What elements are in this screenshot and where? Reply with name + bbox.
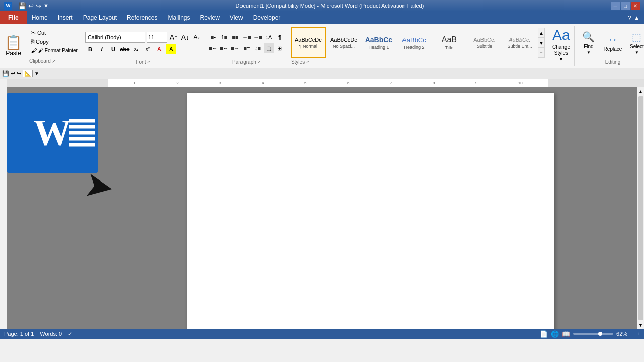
logo-line-4 <box>69 137 95 141</box>
minimize-ribbon-icon[interactable]: ▲ <box>633 14 640 22</box>
style-subtitle[interactable]: AaBbCc. Subtitle <box>467 27 502 58</box>
change-styles-group[interactable]: Aa ChangeStyles ▼ <box>548 26 575 66</box>
style-subtle-em[interactable]: AaBbCc. Subtle Em... <box>503 27 537 58</box>
strikethrough-button[interactable]: abc <box>120 44 130 54</box>
font-size-input[interactable] <box>147 32 167 43</box>
menu-view[interactable]: View <box>225 11 248 24</box>
line-spacing-button[interactable]: ↕≡ <box>253 43 263 53</box>
text-color-button[interactable]: A <box>154 44 165 54</box>
view-web-icon[interactable]: 🌐 <box>551 330 559 338</box>
ruler: 1 2 3 4 5 6 7 8 9 10 <box>0 79 644 87</box>
find-button[interactable]: 🔍 Find ▼ <box>578 29 600 57</box>
file-menu[interactable]: File <box>0 11 27 24</box>
justify-button[interactable]: ≡= <box>242 43 252 53</box>
underline-button[interactable]: U <box>108 44 118 54</box>
border-button[interactable]: ⊞ <box>275 43 285 53</box>
paste-button[interactable]: 📋 Paste <box>2 27 27 65</box>
help-icon[interactable]: ? <box>628 14 631 22</box>
spell-check-icon[interactable]: ✓ <box>68 331 72 337</box>
format-painter-button[interactable]: 🖌 🖌 Format Painter <box>29 47 79 55</box>
qa-undo[interactable]: ↩ <box>28 2 34 10</box>
cut-button[interactable]: ✂ Cut <box>29 29 79 37</box>
increase-font-button[interactable]: A↑ <box>169 32 179 42</box>
font-name-input[interactable] <box>85 32 145 43</box>
view-normal-icon[interactable]: 📄 <box>540 330 548 338</box>
restore-button[interactable]: □ <box>621 2 630 10</box>
menu-insert[interactable]: Insert <box>53 11 78 24</box>
zoom-slider[interactable] <box>573 333 613 335</box>
style-h1-label: Heading 1 <box>368 45 389 50</box>
vertical-scrollbar[interactable]: ▲ ▼ <box>637 87 644 329</box>
styles-expand[interactable]: ≡ <box>538 48 545 58</box>
menu-home[interactable]: Home <box>27 11 53 24</box>
menu-references[interactable]: References <box>122 11 163 24</box>
style-title[interactable]: AaB Title <box>432 27 466 58</box>
bold-button[interactable]: B <box>85 44 95 54</box>
scroll-down-button[interactable]: ▼ <box>638 322 643 328</box>
view-read-icon[interactable]: 📖 <box>562 330 570 338</box>
styles-scroll-up[interactable]: ▲ <box>538 28 545 38</box>
styles-expand-icon[interactable]: ↗ <box>306 60 309 64</box>
menu-mailings[interactable]: Mailings <box>163 11 195 24</box>
menu-pagelayout[interactable]: Page Layout <box>78 11 122 24</box>
align-left-button[interactable]: ≡← <box>208 43 218 53</box>
font-controls: A↑ A↓ Aₓ B I U abc x₂ x² A A <box>85 32 202 54</box>
superscript-button[interactable]: x² <box>143 44 153 54</box>
ruler-mark-7: 7 <box>390 81 392 85</box>
qa2-icon1[interactable]: 💾 <box>2 70 9 77</box>
decrease-indent-button[interactable]: ←≡ <box>242 32 252 42</box>
subscript-button[interactable]: x₂ <box>131 44 141 54</box>
align-right-button[interactable]: ≡→ <box>230 43 240 53</box>
scroll-up-button[interactable]: ▲ <box>638 88 643 94</box>
logo-lines <box>69 119 95 147</box>
align-center-button[interactable]: ≡↔ <box>219 43 229 53</box>
ribbon-toolbar: 📋 Paste ✂ Cut ⎘ Copy 🖌 🖌 Format Painter … <box>0 24 644 68</box>
ruler-mark-10: 10 <box>518 81 523 85</box>
style-heading2[interactable]: AaBbCc Heading 2 <box>397 27 431 58</box>
styles-scroll-down[interactable]: ▼ <box>538 38 545 48</box>
decrease-font-button[interactable]: A↓ <box>180 32 190 42</box>
find-dropdown[interactable]: ▼ <box>587 50 591 55</box>
highlight-button[interactable]: A <box>166 44 176 54</box>
font-expand-icon[interactable]: ↗ <box>147 60 150 64</box>
style-heading1[interactable]: AaBbCc Heading 1 <box>362 27 396 58</box>
copy-button[interactable]: ⎘ Copy <box>29 38 79 46</box>
replace-button[interactable]: ↔ Replace <box>602 29 624 57</box>
qa-save[interactable]: 💾 <box>18 2 26 10</box>
scroll-thumb[interactable] <box>638 96 643 320</box>
qa-custom[interactable]: ▼ <box>43 3 49 9</box>
multilevel-button[interactable]: ≡≡ <box>230 32 240 42</box>
increase-indent-button[interactable]: →≡ <box>253 32 263 42</box>
font-row-2: B I U abc x₂ x² A A <box>85 44 202 54</box>
numbering-button[interactable]: 1≡ <box>219 32 229 42</box>
minimize-button[interactable]: ─ <box>611 2 620 10</box>
style-no-spacing[interactable]: AaBbCcDc No Spaci... <box>327 27 361 58</box>
document-area: W ➤ <box>0 87 644 329</box>
close-button[interactable]: ✕ <box>631 2 640 10</box>
qa2-icon2[interactable]: ↩ <box>11 70 15 77</box>
copy-icon: ⎘ <box>31 38 34 45</box>
qa2-icon4[interactable]: 📐 <box>23 70 33 77</box>
zoom-out-button[interactable]: − <box>630 331 633 337</box>
style-normal[interactable]: AaBbCcDc ¶ Normal <box>291 27 326 58</box>
font-group-content: A↑ A↓ Aₓ B I U abc x₂ x² A A <box>85 27 202 58</box>
qa2-dropdown[interactable]: ▼ <box>34 71 39 76</box>
cut-label: Cut <box>37 30 46 36</box>
sort-button[interactable]: ↕A <box>264 32 274 42</box>
qa2-icon3[interactable]: ↪ <box>17 70 21 77</box>
select-button[interactable]: ⬚ Select ▼ <box>626 29 644 57</box>
zoom-in-button[interactable]: + <box>637 331 640 337</box>
italic-button[interactable]: I <box>97 44 107 54</box>
shading-button[interactable]: ▢ <box>264 43 274 53</box>
qa-redo[interactable]: ↪ <box>36 2 41 10</box>
quick-access-bar: 💾 ↩ ↪ 📐 ▼ <box>0 68 644 79</box>
zoom-thumb[interactable] <box>598 332 602 336</box>
menu-review[interactable]: Review <box>195 11 224 24</box>
show-hide-button[interactable]: ¶ <box>275 32 285 42</box>
select-dropdown[interactable]: ▼ <box>635 50 639 55</box>
menu-developer[interactable]: Developer <box>248 11 286 24</box>
bullets-button[interactable]: ≡• <box>208 32 218 42</box>
clear-format-button[interactable]: Aₓ <box>192 32 202 42</box>
clipboard-expand-icon[interactable]: ↗ <box>52 58 56 64</box>
paragraph-expand-icon[interactable]: ↗ <box>257 60 261 64</box>
